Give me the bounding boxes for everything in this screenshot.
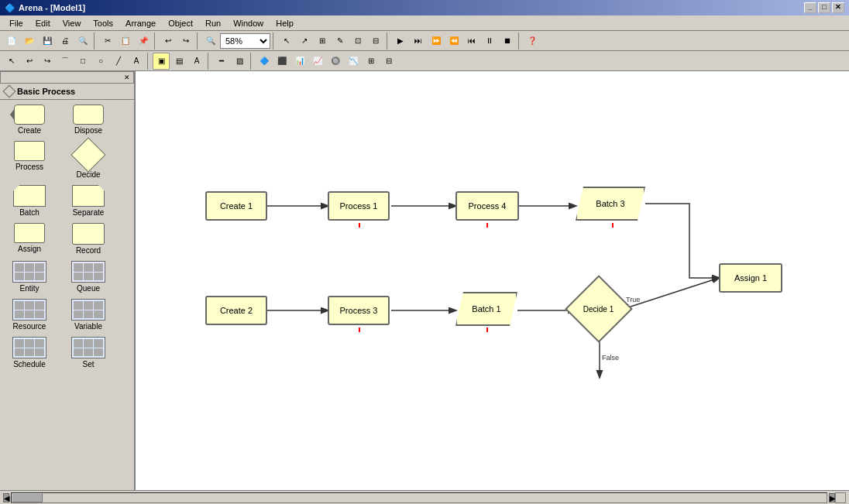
panel-row-4: Assign Record xyxy=(3,221,131,256)
separator-3 xyxy=(197,33,200,50)
horizontal-scrollbar[interactable] xyxy=(11,492,827,503)
print-button[interactable]: 🖨 xyxy=(57,33,74,50)
separator-4 xyxy=(273,33,276,50)
palette-variable[interactable]: Variable xyxy=(62,297,115,332)
close-button[interactable]: ✕ xyxy=(832,2,844,13)
snap-toggle[interactable]: ⊟ xyxy=(380,53,397,70)
arc-tool[interactable]: ⌒ xyxy=(57,53,74,70)
separator-1 xyxy=(94,33,97,50)
node-process3[interactable]: Process 3 xyxy=(328,296,390,325)
chart-line[interactable]: 📈 xyxy=(309,53,326,70)
menu-tools[interactable]: Tools xyxy=(87,17,119,29)
menu-run[interactable]: Run xyxy=(199,17,227,29)
save-button[interactable]: 💾 xyxy=(39,33,56,50)
text-color[interactable]: A xyxy=(188,53,205,70)
undo-button[interactable]: ↩ xyxy=(160,33,177,50)
palette-dispose[interactable]: Dispose xyxy=(62,103,115,136)
sep-d1 xyxy=(147,53,150,70)
palette-assign[interactable]: Assign xyxy=(3,221,56,256)
back-button[interactable]: ⏪ xyxy=(445,33,462,50)
arrow-tool[interactable]: ↖ xyxy=(3,53,20,70)
palette-process[interactable]: Process xyxy=(3,139,56,180)
new-button[interactable]: 📄 xyxy=(3,33,20,50)
tool3[interactable]: ⊞ xyxy=(314,33,331,50)
assign-label: Assign xyxy=(18,245,41,253)
node-assign1[interactable]: Assign 1 xyxy=(719,263,782,293)
fast-forward-button[interactable]: ⏩ xyxy=(428,33,445,50)
chart-other[interactable]: 📉 xyxy=(345,53,362,70)
undo2-button[interactable]: ↩ xyxy=(21,53,38,70)
copy-button[interactable]: 📋 xyxy=(117,33,134,50)
rect-tool[interactable]: □ xyxy=(74,53,91,70)
run-button[interactable]: ▶ xyxy=(392,33,409,50)
view2d-button[interactable]: ⬛ xyxy=(273,53,290,70)
minimize-button[interactable]: _ xyxy=(804,2,816,13)
palette-set[interactable]: Set xyxy=(62,335,115,370)
scroll-left-button[interactable]: ◀ xyxy=(3,493,9,502)
view3d-button[interactable]: 🔷 xyxy=(256,53,273,70)
print-preview-button[interactable]: 🔍 xyxy=(74,33,91,50)
chart-bar[interactable]: 📊 xyxy=(291,53,308,70)
menu-arrange[interactable]: Arrange xyxy=(119,17,162,29)
tool5[interactable]: ⊡ xyxy=(349,33,366,50)
canvas[interactable]: True False Create 1 Process 1 Process 4 … xyxy=(136,71,849,490)
stop-button[interactable]: ⏹ xyxy=(499,33,516,50)
palette-entity[interactable]: Entity xyxy=(3,259,56,294)
redo-button[interactable]: ↪ xyxy=(177,33,194,50)
line-color[interactable]: ▤ xyxy=(170,53,187,70)
paste-button[interactable]: 📌 xyxy=(135,33,152,50)
palette-resource[interactable]: Resource xyxy=(3,297,56,332)
text-tool[interactable]: A xyxy=(128,53,145,70)
scroll-right-button[interactable]: ▶ xyxy=(829,493,835,502)
separator-6 xyxy=(518,33,521,50)
open-button[interactable]: 📂 xyxy=(21,33,38,50)
menu-window[interactable]: Window xyxy=(227,17,270,29)
menu-object[interactable]: Object xyxy=(162,17,199,29)
tool2[interactable]: ↗ xyxy=(296,33,313,50)
node-batch1[interactable]: Batch 1 xyxy=(455,292,517,326)
node-batch3[interactable]: Batch 3 xyxy=(576,187,645,221)
start-button[interactable]: ⏮ xyxy=(463,33,480,50)
palette-create[interactable]: Create xyxy=(3,103,56,136)
menu-help[interactable]: Help xyxy=(270,17,300,29)
svg-line-6 xyxy=(624,278,719,309)
node-create2[interactable]: Create 2 xyxy=(205,296,267,325)
node-decide1-label: Decide 1 xyxy=(583,305,614,314)
line-tool[interactable]: ╱ xyxy=(110,53,127,70)
cut-button[interactable]: ✂ xyxy=(99,33,116,50)
palette-decide[interactable]: Decide xyxy=(62,139,115,180)
palette-batch[interactable]: Batch xyxy=(3,183,56,218)
node-create1[interactable]: Create 1 xyxy=(205,191,267,221)
panel-close-button[interactable]: ✕ xyxy=(124,74,130,81)
palette-separate[interactable]: Separate xyxy=(62,183,115,218)
menu-edit[interactable]: Edit xyxy=(29,17,57,29)
pause-button[interactable]: ⏸ xyxy=(481,33,498,50)
indicator-process1 xyxy=(359,223,360,228)
help-button[interactable]: ❓ xyxy=(524,33,541,50)
scroll-thumb[interactable] xyxy=(12,493,43,502)
chart-pie[interactable]: 🔘 xyxy=(327,53,344,70)
palette-record[interactable]: Record xyxy=(62,221,115,256)
tool4[interactable]: ✎ xyxy=(332,33,349,50)
svg-text:True: True xyxy=(626,296,640,303)
ellipse-tool[interactable]: ○ xyxy=(92,53,109,70)
tool6[interactable]: ⊟ xyxy=(367,33,384,50)
resource-label: Resource xyxy=(13,322,46,331)
select-button[interactable]: ↖ xyxy=(278,33,295,50)
line-style[interactable]: ━ xyxy=(213,53,230,70)
node-process1[interactable]: Process 1 xyxy=(328,191,390,221)
grid-toggle[interactable]: ⊞ xyxy=(363,53,380,70)
menu-view[interactable]: View xyxy=(57,17,88,29)
fill-color[interactable]: ▣ xyxy=(153,53,170,70)
zoom-out-button[interactable]: 🔍 xyxy=(202,33,219,50)
palette-queue[interactable]: Queue xyxy=(62,259,115,294)
redo2-button[interactable]: ↪ xyxy=(39,53,56,70)
maximize-button[interactable]: □ xyxy=(818,2,830,13)
zoom-dropdown[interactable]: 58% 75% 100% xyxy=(220,33,270,49)
node-decide1[interactable]: Decide 1 xyxy=(565,275,633,343)
node-process4[interactable]: Process 4 xyxy=(455,191,519,221)
step-button[interactable]: ⏭ xyxy=(410,33,427,50)
fill-style[interactable]: ▨ xyxy=(231,53,248,70)
palette-schedule[interactable]: Schedule xyxy=(3,335,56,370)
menu-file[interactable]: File xyxy=(3,17,29,29)
